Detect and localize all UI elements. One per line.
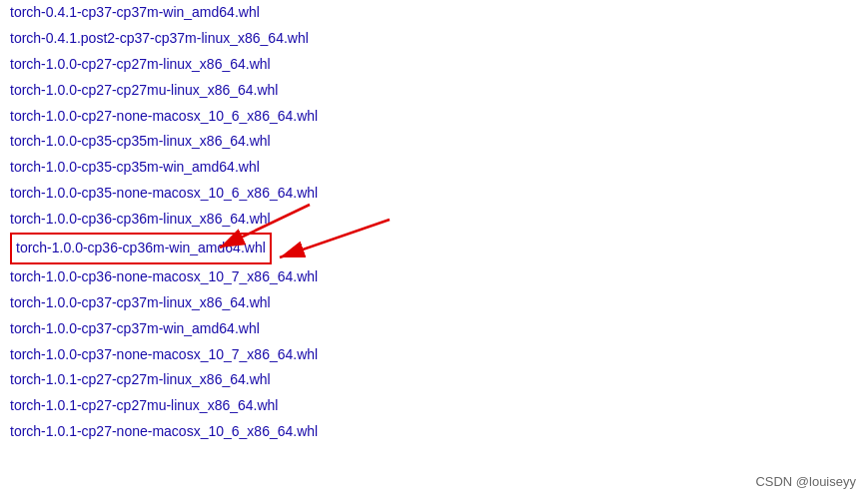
file-link-15[interactable]: torch-1.0.1-cp27-cp27m-linux_x86_64.whl	[10, 371, 271, 387]
watermark: CSDN @louiseyy	[755, 474, 856, 489]
file-link-16[interactable]: torch-1.0.1-cp27-cp27mu-linux_x86_64.whl	[10, 397, 278, 413]
content-area: torch-0.4.1-cp37-cp37m-win_amd64.whltorc…	[0, 0, 868, 453]
file-link-4[interactable]: torch-1.0.0-cp27-cp27mu-linux_x86_64.whl	[10, 82, 278, 98]
list-item: torch-1.0.0-cp37-cp37m-win_amd64.whl	[10, 316, 858, 342]
file-link-11[interactable]: torch-1.0.0-cp36-none-macosx_10_7_x86_64…	[10, 268, 318, 284]
file-link-10[interactable]: torch-1.0.0-cp36-cp36m-win_amd64.whl	[10, 233, 272, 264]
file-link-2[interactable]: torch-0.4.1.post2-cp37-cp37m-linux_x86_6…	[10, 30, 309, 46]
list-item: torch-1.0.0-cp35-none-macosx_10_6_x86_64…	[10, 181, 858, 207]
list-item: torch-0.4.1.post2-cp37-cp37m-linux_x86_6…	[10, 26, 858, 52]
file-link-13[interactable]: torch-1.0.0-cp37-cp37m-win_amd64.whl	[10, 320, 260, 336]
file-link-8[interactable]: torch-1.0.0-cp35-none-macosx_10_6_x86_64…	[10, 185, 318, 201]
list-item: torch-0.4.1-cp37-cp37m-win_amd64.whl	[10, 0, 858, 26]
file-link-3[interactable]: torch-1.0.0-cp27-cp27m-linux_x86_64.whl	[10, 56, 271, 72]
list-item: torch-1.0.0-cp36-cp36m-win_amd64.whl	[10, 233, 858, 264]
list-item: torch-1.0.0-cp35-cp35m-linux_x86_64.whl	[10, 129, 858, 155]
list-item: torch-1.0.0-cp37-none-macosx_10_7_x86_64…	[10, 342, 858, 368]
file-link-17[interactable]: torch-1.0.1-cp27-none-macosx_10_6_x86_64…	[10, 423, 318, 439]
list-item: torch-1.0.0-cp36-cp36m-linux_x86_64.whl	[10, 207, 858, 233]
file-link-5[interactable]: torch-1.0.0-cp27-none-macosx_10_6_x86_64…	[10, 108, 318, 124]
list-item: torch-1.0.0-cp27-none-macosx_10_6_x86_64…	[10, 104, 858, 130]
file-link-14[interactable]: torch-1.0.0-cp37-none-macosx_10_7_x86_64…	[10, 346, 318, 362]
list-item: torch-1.0.1-cp27-none-macosx_10_6_x86_64…	[10, 419, 858, 445]
file-link-list: torch-0.4.1-cp37-cp37m-win_amd64.whltorc…	[10, 0, 858, 445]
list-item: torch-1.0.1-cp27-cp27m-linux_x86_64.whl	[10, 367, 858, 393]
file-link-1[interactable]: torch-0.4.1-cp37-cp37m-win_amd64.whl	[10, 4, 260, 20]
file-link-7[interactable]: torch-1.0.0-cp35-cp35m-win_amd64.whl	[10, 159, 260, 175]
file-link-12[interactable]: torch-1.0.0-cp37-cp37m-linux_x86_64.whl	[10, 294, 271, 310]
list-item: torch-1.0.0-cp27-cp27m-linux_x86_64.whl	[10, 52, 858, 78]
file-link-9[interactable]: torch-1.0.0-cp36-cp36m-linux_x86_64.whl	[10, 211, 271, 227]
list-item: torch-1.0.1-cp27-cp27mu-linux_x86_64.whl	[10, 393, 858, 419]
list-item: torch-1.0.0-cp35-cp35m-win_amd64.whl	[10, 155, 858, 181]
list-item: torch-1.0.0-cp27-cp27mu-linux_x86_64.whl	[10, 78, 858, 104]
list-item: torch-1.0.0-cp37-cp37m-linux_x86_64.whl	[10, 290, 858, 316]
list-item: torch-1.0.0-cp36-none-macosx_10_7_x86_64…	[10, 264, 858, 290]
file-link-6[interactable]: torch-1.0.0-cp35-cp35m-linux_x86_64.whl	[10, 133, 271, 149]
